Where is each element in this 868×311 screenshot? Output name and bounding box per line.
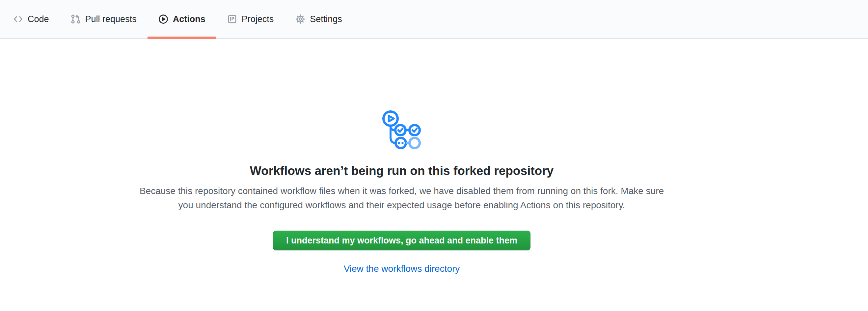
tab-label: Actions bbox=[173, 14, 206, 24]
workflow-graph-icon bbox=[382, 111, 422, 150]
repo-tab-nav: Code Pull requests Actions bbox=[0, 0, 868, 39]
blankslate-description: Because this repository contained workfl… bbox=[132, 184, 672, 212]
view-workflows-directory-link[interactable]: View the workflows directory bbox=[344, 263, 460, 274]
gear-icon bbox=[296, 14, 305, 24]
tab-actions[interactable]: Actions bbox=[148, 0, 216, 38]
project-icon bbox=[227, 14, 237, 24]
blankslate-title: Workflows aren’t being run on this forke… bbox=[132, 163, 672, 179]
tab-label: Settings bbox=[310, 14, 342, 24]
tab-pull-requests[interactable]: Pull requests bbox=[60, 0, 148, 38]
git-pull-request-icon bbox=[71, 14, 81, 24]
tab-label: Projects bbox=[242, 14, 274, 24]
code-icon bbox=[13, 14, 23, 24]
enable-workflows-button[interactable]: I understand my workflows, go ahead and … bbox=[273, 230, 530, 250]
tab-settings[interactable]: Settings bbox=[284, 0, 353, 38]
play-icon bbox=[158, 14, 168, 24]
tab-label: Code bbox=[28, 14, 49, 24]
tab-code[interactable]: Code bbox=[2, 0, 60, 38]
tab-projects[interactable]: Projects bbox=[216, 0, 285, 38]
actions-disabled-blankslate: Workflows aren’t being run on this forke… bbox=[132, 39, 672, 274]
tab-label: Pull requests bbox=[85, 14, 137, 24]
